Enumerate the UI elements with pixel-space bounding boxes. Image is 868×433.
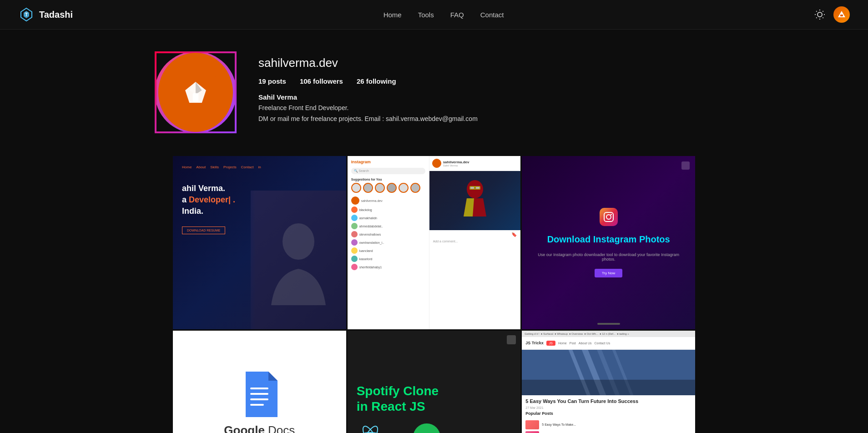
svg-rect-14	[193, 93, 199, 101]
nav-home[interactable]: Home	[384, 11, 402, 19]
post-1-nav-home: Home	[182, 165, 192, 169]
post-4-title: Google Docs	[224, 423, 295, 433]
post-5-corner-icon	[507, 335, 516, 344]
post-5-tech-icons: →	[357, 423, 440, 433]
post-1-nav-li: in	[258, 165, 261, 169]
post-1-nav-projects: Projects	[223, 165, 237, 169]
nav-brand[interactable]: T Tadashi	[18, 6, 73, 23]
svg-rect-23	[250, 388, 268, 389]
post-2-comments: Add a comment...	[429, 239, 521, 244]
profile-stats: 19 posts 106 followers 26 following	[258, 77, 777, 85]
post-3-scroll-bar	[597, 323, 620, 325]
nav-right	[814, 6, 850, 23]
following-stat: 26 following	[357, 77, 396, 85]
post-4-doc-svg	[241, 372, 278, 417]
profile-info: sahilverma.dev 19 posts 106 followers 26…	[258, 51, 777, 125]
post-1-nav-skills: Skills	[210, 165, 219, 169]
post-2-suggestions-label: Suggestions for You	[351, 178, 425, 181]
post-6-article-title: 5 Easy Ways You Can Turn Future Into Suc…	[522, 395, 695, 406]
svg-rect-20	[604, 212, 613, 222]
svg-rect-24	[250, 393, 268, 395]
post-1-developer: Developer| .	[189, 195, 235, 204]
post-6-nav: JS Trickx JS Home Post About Us Contact …	[522, 337, 695, 350]
post-6-thumb-1	[525, 420, 539, 429]
user-avatar[interactable]	[833, 6, 850, 23]
post-6-tag: JS	[546, 341, 555, 346]
post-1-face-overlay	[251, 191, 346, 329]
post-2-profile-url: sahilverma.dev	[351, 196, 425, 205]
svg-line-10	[823, 11, 823, 11]
theme-toggle-icon[interactable]	[814, 9, 825, 20]
post-3-title: Download Instagram Photos	[547, 233, 670, 245]
svg-line-9	[816, 17, 817, 18]
post-1-nav-about: About	[196, 165, 206, 169]
nav-links: Home Tools FAQ Contact	[384, 11, 504, 19]
post-5-title: Spotify Clone in React JS	[357, 383, 439, 414]
post-1-nav-contact: Contact	[241, 165, 254, 169]
svg-rect-26	[250, 404, 264, 406]
post-6-meta: 27 Mar 2021	[522, 406, 695, 409]
svg-line-6	[823, 17, 823, 18]
post-6-popular-label: Popular Posts	[522, 409, 695, 418]
svg-text:T: T	[25, 12, 28, 17]
post-1-download-btn[interactable]: DOWNLOAD RESUME	[182, 227, 225, 234]
tadashi-logo-icon: T	[18, 6, 35, 23]
svg-point-22	[611, 214, 612, 215]
post-2-search-bar: 🔍 Search	[351, 168, 425, 174]
svg-point-40	[419, 429, 435, 433]
post-6-popular-items: 5 Easy Ways To Make... 5 Easy Ways To Ma…	[522, 418, 695, 433]
profile-avatar-wrap	[155, 51, 237, 133]
profile-section: sahilverma.dev 19 posts 106 followers 26…	[0, 30, 868, 151]
posts-stat: 19 posts	[258, 77, 286, 85]
post-3-subtitle: Use our Instagram photo downloader tool …	[531, 252, 686, 262]
profile-bio: Freelance Front End Developer. DM or mai…	[258, 103, 777, 125]
svg-rect-18	[470, 187, 474, 189]
profile-avatar-icon	[171, 67, 221, 117]
post-3-try-btn[interactable]: Try Now	[595, 269, 622, 277]
post-6-site-title: JS Trickx	[525, 341, 544, 345]
post-6-tabs: Getting d it ! ● Surfacal ● Whatsup ● Ov…	[522, 331, 695, 337]
svg-rect-19	[476, 187, 479, 189]
post-1-portfolio[interactable]: Home About Skills Projects Contact in ah…	[173, 156, 346, 329]
post-6-popular-item-2: 5 Easy Ways To Make...	[525, 430, 691, 433]
profile-avatar	[158, 53, 233, 132]
post-6-thumb-2	[525, 431, 539, 433]
post-5-spotify-icon	[413, 423, 440, 433]
post-2-actions: ♡✉ 🔖	[429, 230, 521, 239]
post-3-corner-icon	[681, 161, 690, 170]
followers-stat: 106 followers	[300, 77, 343, 85]
nav-faq[interactable]: FAQ	[450, 11, 464, 19]
post-5-spotify-clone[interactable]: Spotify Clone in React JS →	[348, 331, 521, 433]
post-2-instagram-clone[interactable]: Instagram 🔍 Search Suggestions for You	[348, 156, 521, 329]
svg-rect-46	[522, 380, 695, 395]
post-1-heading: ahil Verma. a Developer| . India.	[182, 183, 235, 217]
svg-rect-12	[840, 15, 843, 16]
post-3-instagram-icon	[600, 208, 618, 226]
post-2-stories	[351, 183, 425, 193]
post-2-instagram-logo: Instagram	[351, 160, 425, 164]
profile-name: Sahil Verma	[258, 93, 777, 101]
post-6-jstrickx[interactable]: Getting d it ! ● Surfacal ● Whatsup ● Ov…	[522, 331, 695, 433]
post-3-ig-downloader[interactable]: Download Instagram Photos Use our Instag…	[522, 156, 695, 329]
post-1-face-img	[251, 191, 346, 329]
post-6-hero-img	[522, 350, 695, 395]
nav-brand-name: Tadashi	[39, 10, 73, 20]
post-5-react-icon	[357, 423, 384, 433]
svg-line-5	[816, 11, 817, 11]
nav-contact[interactable]: Contact	[480, 11, 504, 19]
posts-grid: Home About Skills Projects Contact in ah…	[0, 156, 868, 433]
post-2-ironman-img	[429, 171, 521, 230]
svg-point-21	[606, 215, 611, 219]
profile-username: sahilverma.dev	[258, 56, 777, 70]
post-6-popular-item-1: 5 Easy Ways To Make...	[525, 419, 691, 430]
navbar: T Tadashi Home Tools FAQ Contact	[0, 0, 868, 30]
post-4-google-docs[interactable]: Google Docs	[173, 331, 346, 433]
svg-point-15	[283, 223, 314, 260]
svg-point-2	[818, 12, 822, 17]
svg-rect-25	[250, 398, 268, 400]
nav-tools[interactable]: Tools	[418, 11, 434, 19]
post-5-arrow-icon: →	[393, 431, 404, 433]
post-2-post-header: sahilverma.dev Sahil Verma	[429, 156, 521, 171]
post-2-suggestions-list: blackdog asmakhalidn ahmeddabdelat.. ste…	[351, 206, 425, 271]
